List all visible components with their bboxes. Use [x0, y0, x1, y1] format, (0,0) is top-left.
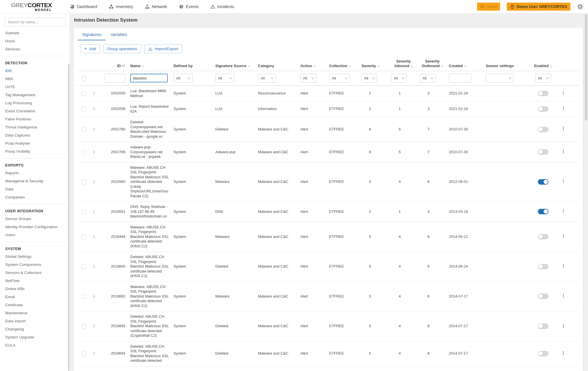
enabled-toggle[interactable]: [538, 351, 549, 356]
col-header-id[interactable]: ID: [103, 64, 130, 68]
sidebar-item-unte[interactable]: UnTE: [0, 83, 70, 91]
filter-action-select[interactable]: All: [300, 74, 316, 82]
filter-enabled-select[interactable]: All: [535, 74, 551, 82]
row-menu-icon[interactable]: [561, 208, 566, 214]
enabled-toggle[interactable]: [538, 179, 549, 185]
expand-chevron-icon[interactable]: [92, 180, 95, 183]
add-button[interactable]: +Add: [80, 44, 100, 53]
enabled-toggle[interactable]: [538, 127, 549, 132]
nav-incidents[interactable]: Incidents: [210, 4, 234, 9]
col-header-name[interactable]: Name↑↓: [130, 64, 174, 68]
sidebar-item-tag-management[interactable]: Tag Management: [0, 91, 70, 99]
col-header-severity[interactable]: Severity↑↓: [361, 64, 391, 68]
nav-inventory[interactable]: Inventory: [109, 4, 133, 9]
expand-chevron-icon[interactable]: [92, 92, 95, 95]
sidebar-item-email[interactable]: Email: [0, 293, 70, 301]
expand-chevron-icon[interactable]: [92, 324, 95, 328]
col-header-signature-source[interactable]: Signature Source↑↓: [215, 64, 258, 68]
sidebar-item-pcap-analyser[interactable]: Pcap Analyser: [0, 139, 70, 147]
sidebar-item-data-captures[interactable]: Data Captures: [0, 131, 70, 139]
sidebar-item-threat-intelligence[interactable]: Threat Intelligence: [0, 123, 70, 131]
enabled-toggle[interactable]: [538, 91, 549, 96]
sidebar-item-subnets[interactable]: Subnets: [0, 29, 70, 37]
enabled-toggle[interactable]: [538, 209, 549, 214]
page-scrollbar-thumb[interactable]: [585, 14, 587, 121]
sidebar-item-event-correlation[interactable]: Event Correlation: [0, 107, 70, 115]
row-checkbox[interactable]: [81, 91, 86, 96]
filter-sensor-settings-select[interactable]: [486, 74, 514, 82]
import-export-button[interactable]: Import/Export: [144, 44, 182, 53]
select-all-checkbox[interactable]: [81, 76, 86, 81]
nav-dashboard[interactable]: Dashboard: [70, 4, 97, 9]
row-checkbox[interactable]: [81, 234, 86, 239]
filter-severity-outbound-select[interactable]: All: [420, 74, 436, 82]
row-checkbox[interactable]: [81, 150, 86, 154]
row-menu-icon[interactable]: [561, 350, 566, 356]
expand-chevron-icon[interactable]: [92, 295, 95, 298]
settings-gear-icon[interactable]: [577, 3, 583, 10]
expand-chevron-icon[interactable]: [92, 128, 95, 131]
row-menu-icon[interactable]: [561, 126, 566, 132]
sidebar-item-data[interactable]: Data: [0, 185, 70, 193]
row-checkbox[interactable]: [81, 324, 86, 329]
row-checkbox[interactable]: [81, 180, 86, 184]
col-header-created[interactable]: Created↑↓: [449, 64, 486, 68]
enabled-toggle[interactable]: [538, 106, 549, 112]
sidebar-item-nba[interactable]: NBA: [0, 75, 70, 83]
sidebar-item-sensor-groups[interactable]: Sensor Groups: [0, 215, 70, 223]
filter-created-input[interactable]: [449, 74, 472, 82]
row-checkbox[interactable]: [81, 209, 86, 214]
row-checkbox[interactable]: [81, 264, 86, 269]
enabled-toggle[interactable]: [538, 264, 549, 269]
filter-category-select[interactable]: All: [258, 74, 276, 82]
col-header-severity-outbound[interactable]: Severity Outbound↑↓: [420, 59, 449, 68]
sidebar-item-system-upgrade[interactable]: System Upgrade: [0, 333, 70, 341]
sidebar-item-online-kbs[interactable]: Online KBs: [0, 285, 70, 293]
sidebar-item-users[interactable]: Users: [0, 231, 70, 239]
filter-defined-by-select[interactable]: All: [174, 74, 193, 82]
sidebar-item-false-positives[interactable]: False Positives: [0, 115, 70, 123]
enabled-toggle[interactable]: [538, 149, 549, 155]
nav-events[interactable]: Events: [179, 4, 199, 9]
enabled-toggle[interactable]: [538, 234, 549, 239]
sidebar-item-data-import[interactable]: Data Import: [0, 317, 70, 325]
sidebar-item-sensors-collectors[interactable]: Sensors & Collectors: [0, 268, 70, 277]
enabled-toggle[interactable]: [538, 294, 549, 299]
expand-chevron-icon[interactable]: [92, 235, 95, 238]
row-checkbox[interactable]: [81, 127, 86, 132]
nav-network[interactable]: Network: [145, 4, 167, 9]
col-header-action[interactable]: Action↑↓: [300, 64, 329, 68]
tab-signatures[interactable]: Signatures: [78, 32, 106, 40]
filter-signature-source-select[interactable]: All: [215, 74, 234, 82]
sidebar-item-companies[interactable]: Companies: [0, 193, 70, 201]
row-menu-icon[interactable]: [561, 90, 566, 96]
tab-variables[interactable]: Variables: [106, 32, 131, 40]
sidebar-item-services[interactable]: Services: [0, 45, 70, 53]
sidebar-search-input[interactable]: [5, 18, 65, 26]
sidebar-item-certificate[interactable]: Certificate: [0, 301, 70, 309]
row-checkbox[interactable]: [81, 107, 86, 111]
filter-severity-select[interactable]: All: [361, 74, 377, 82]
row-menu-icon[interactable]: [561, 105, 566, 111]
filter-id-input[interactable]: [104, 74, 125, 82]
sidebar-item-system-components[interactable]: System Components: [0, 260, 70, 268]
col-header-collection[interactable]: Collection↑↓: [329, 64, 361, 68]
row-menu-icon[interactable]: [561, 293, 566, 299]
row-checkbox[interactable]: [81, 351, 86, 356]
expand-chevron-icon[interactable]: [92, 352, 95, 355]
sidebar-item-log-processing[interactable]: Log Processing: [0, 99, 70, 107]
sidebar-item-changelog[interactable]: Changelog: [0, 325, 70, 333]
col-header-severity-inbound[interactable]: Severity Inbound↑↓: [391, 59, 420, 68]
expand-chevron-icon[interactable]: [92, 107, 95, 111]
user-menu-button[interactable]: Demo User GREYCORTEX: [507, 3, 570, 11]
filter-collection-select[interactable]: All: [329, 74, 350, 82]
expand-chevron-icon[interactable]: [92, 210, 95, 213]
filter-name-input[interactable]: [130, 74, 168, 82]
sidebar-item-global-settings[interactable]: Global Settings: [0, 252, 70, 260]
sidebar-item-reports[interactable]: Reports: [0, 169, 70, 177]
row-menu-icon[interactable]: [561, 178, 566, 184]
sidebar-item-maintenance[interactable]: Maintenance: [0, 309, 70, 317]
row-menu-icon[interactable]: [561, 263, 566, 269]
sidebar-item-managerial-security[interactable]: Managerial & Security: [0, 177, 70, 185]
group-operations-button[interactable]: Group operations: [103, 44, 141, 53]
